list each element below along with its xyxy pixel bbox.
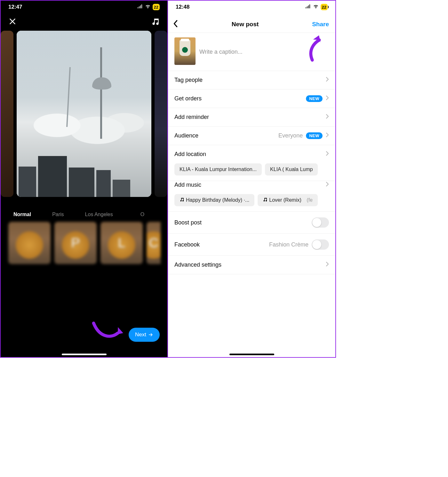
new-badge: NEW bbox=[306, 95, 323, 102]
row-add-location[interactable]: Add location bbox=[168, 145, 335, 163]
row-get-orders[interactable]: Get orders NEW bbox=[168, 90, 335, 108]
prev-photo-peek[interactable] bbox=[1, 31, 13, 197]
row-label: Facebook bbox=[174, 241, 266, 248]
row-facebook[interactable]: Facebook Fashion Crème bbox=[168, 234, 335, 256]
filter-label-los-angeles[interactable]: Los Angeles bbox=[85, 212, 113, 217]
chevron-right-icon bbox=[326, 182, 329, 188]
row-label: Advanced settings bbox=[174, 262, 323, 268]
filter-label-paris[interactable]: Paris bbox=[52, 212, 64, 217]
row-label: Get orders bbox=[174, 95, 303, 102]
annotation-arrow-icon bbox=[90, 317, 125, 344]
filter-thumb-paris[interactable]: P bbox=[54, 222, 97, 264]
chevron-right-icon bbox=[326, 95, 329, 102]
row-value: Fashion Crème bbox=[269, 241, 308, 248]
boost-toggle[interactable] bbox=[312, 217, 329, 228]
music-suggestions: Happy Birthday (Melody) ·... Lover (Remi… bbox=[168, 194, 335, 212]
row-boost-post[interactable]: Boost post bbox=[168, 212, 335, 234]
close-icon[interactable] bbox=[8, 17, 17, 27]
status-bar: 12:47 22 bbox=[1, 1, 167, 13]
status-time: 12:47 bbox=[8, 4, 22, 10]
filter-label-normal[interactable]: Normal bbox=[13, 212, 31, 217]
row-label: Add music bbox=[174, 182, 323, 188]
music-note-icon bbox=[180, 197, 184, 203]
chevron-right-icon bbox=[326, 262, 329, 268]
location-chip[interactable]: KLIA - Kuala Lumpur Internation... bbox=[174, 163, 262, 176]
filter-thumb-normal[interactable] bbox=[8, 222, 51, 264]
row-tag-people[interactable]: Tag people bbox=[168, 71, 335, 90]
row-audience[interactable]: Audience Everyone NEW bbox=[168, 127, 335, 145]
music-note-icon bbox=[263, 197, 267, 203]
battery-indicator: 22 bbox=[153, 4, 160, 10]
music-chip[interactable]: Happy Birthday (Melody) ·... bbox=[174, 194, 254, 206]
nav-bar: New post Share bbox=[168, 13, 335, 33]
chevron-right-icon bbox=[326, 132, 329, 139]
filter-thumb-next[interactable]: C bbox=[147, 222, 161, 264]
new-post-screen: 12:48 22 New post Share Tag people Get bbox=[168, 1, 335, 357]
chevron-right-icon bbox=[326, 77, 329, 83]
next-button-label: Next bbox=[135, 332, 146, 338]
row-label: Tag people bbox=[174, 77, 323, 83]
row-label: Add reminder bbox=[174, 114, 323, 121]
post-thumbnail[interactable] bbox=[174, 37, 196, 65]
home-indicator bbox=[229, 354, 274, 355]
photo-preview[interactable] bbox=[17, 31, 151, 197]
wifi-icon bbox=[145, 4, 151, 10]
filter-screen: 12:47 22 bbox=[1, 1, 168, 357]
filter-labels: Normal Paris Los Angeles O bbox=[1, 197, 167, 220]
home-indicator bbox=[62, 354, 107, 355]
chevron-right-icon bbox=[326, 114, 329, 121]
facebook-toggle[interactable] bbox=[312, 239, 329, 250]
chevron-right-icon bbox=[326, 151, 329, 158]
row-label: Audience bbox=[174, 132, 275, 139]
row-label: Boost post bbox=[174, 219, 308, 226]
share-button[interactable]: Share bbox=[312, 21, 329, 28]
signal-icon bbox=[137, 4, 143, 10]
next-photo-peek[interactable] bbox=[155, 31, 167, 197]
location-chip[interactable]: KLIA ( Kuala Lump bbox=[265, 163, 318, 176]
filter-label-next[interactable]: O bbox=[140, 212, 144, 217]
wifi-icon bbox=[313, 4, 319, 10]
status-icons: 22 bbox=[137, 4, 160, 10]
new-badge: NEW bbox=[306, 132, 323, 139]
row-label: Add location bbox=[174, 151, 323, 158]
back-button[interactable] bbox=[172, 20, 178, 29]
battery-indicator: 22 bbox=[321, 4, 328, 10]
location-suggestions: KLIA - Kuala Lumpur Internation... KLIA … bbox=[168, 163, 335, 181]
photo-preview-carousel[interactable] bbox=[1, 31, 167, 197]
status-icons: 22 bbox=[305, 4, 328, 10]
row-add-music[interactable]: Add music bbox=[168, 181, 335, 194]
status-time: 12:48 bbox=[176, 4, 189, 10]
signal-icon bbox=[305, 4, 311, 10]
music-chip[interactable]: Lover (Remix) (fe bbox=[258, 194, 318, 206]
row-value: Everyone bbox=[278, 132, 303, 139]
annotation-arrow-icon bbox=[305, 35, 328, 65]
row-add-reminder[interactable]: Add reminder bbox=[168, 108, 335, 127]
editor-top-bar bbox=[1, 13, 167, 29]
filter-thumb-los-angeles[interactable]: L bbox=[100, 222, 143, 264]
next-button[interactable]: Next bbox=[129, 328, 160, 342]
status-bar: 12:48 22 bbox=[168, 1, 335, 13]
music-icon[interactable] bbox=[151, 17, 160, 27]
row-advanced-settings[interactable]: Advanced settings bbox=[168, 256, 335, 274]
filter-thumbnails[interactable]: P L C bbox=[1, 220, 167, 264]
page-title: New post bbox=[232, 21, 259, 28]
